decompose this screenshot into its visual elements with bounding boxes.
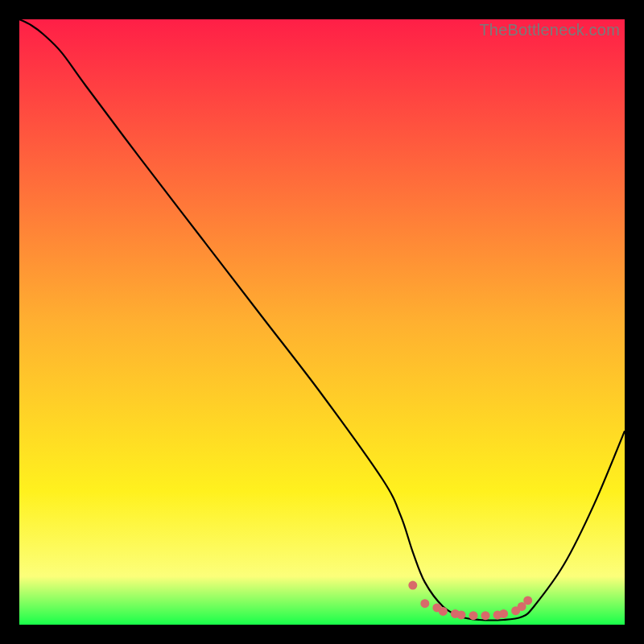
chart-plot — [19, 19, 625, 625]
chart-frame: TheBottleneck.com — [19, 19, 625, 625]
chart-dot — [469, 611, 478, 620]
chart-dot — [499, 609, 508, 618]
chart-background — [19, 19, 625, 625]
chart-dot — [439, 607, 448, 616]
chart-dot — [481, 611, 490, 620]
chart-dot — [408, 581, 417, 590]
chart-dot — [456, 610, 465, 619]
chart-dot — [523, 596, 532, 605]
watermark-text: TheBottleneck.com — [479, 21, 620, 39]
chart-dot — [420, 599, 429, 608]
